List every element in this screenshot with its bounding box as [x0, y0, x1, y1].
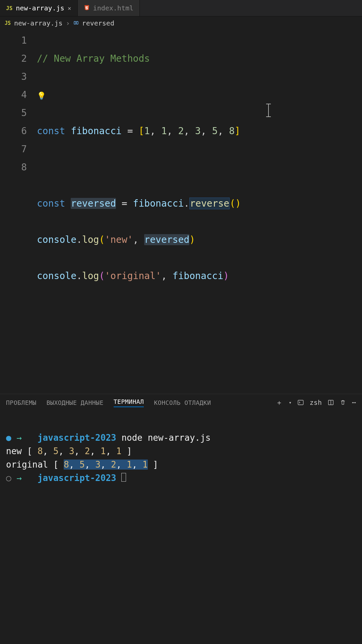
tab-terminal[interactable]: ТЕРМИНАЛ [114, 398, 144, 407]
tab-label: index.html [93, 4, 133, 12]
shell-icon[interactable] [298, 398, 304, 407]
shell-name: zsh [310, 398, 322, 407]
tab-new-array-js[interactable]: JS new-array.js × [0, 0, 78, 16]
svg-rect-2 [298, 400, 303, 405]
svg-rect-1 [76, 21, 78, 24]
trash-icon[interactable] [340, 398, 346, 407]
chevron-right-icon: › [66, 19, 70, 27]
breadcrumb-file: new-array.js [14, 19, 63, 27]
panel-tab-bar: ПРОБЛЕМЫ ВЫХОДНЫЕ ДАННЫЕ ТЕРМИНАЛ КОНСОЛ… [0, 394, 362, 411]
tab-output[interactable]: ВЫХОДНЫЕ ДАННЫЕ [47, 399, 104, 406]
terminal-cursor [121, 473, 126, 482]
tab-label: new-array.js [16, 4, 64, 12]
more-icon[interactable]: ⋯ [352, 398, 356, 407]
terminal-content[interactable]: ● → javascript-2023 node new-array.js ne… [0, 411, 362, 644]
code-editor[interactable]: 12345678 // New Array Methods const fibo… [0, 30, 362, 394]
chevron-down-icon[interactable]: ▾ [289, 400, 291, 405]
tab-problems[interactable]: ПРОБЛЕМЫ [6, 399, 37, 406]
html-icon [84, 5, 90, 11]
js-icon: JS [5, 20, 11, 26]
breadcrumb[interactable]: JS new-array.js › reversed [0, 16, 362, 30]
svg-rect-0 [74, 21, 76, 24]
code-content[interactable]: // New Array Methods const fibonacci = [… [37, 32, 362, 394]
symbol-icon [73, 20, 79, 26]
lightbulb-icon[interactable]: 💡 [37, 87, 46, 105]
split-panel-button[interactable] [328, 398, 334, 407]
text-cursor [268, 104, 269, 117]
tab-index-html[interactable]: index.html [78, 0, 140, 16]
tab-debug-console[interactable]: КОНСОЛЬ ОТЛАДКИ [154, 399, 211, 406]
line-gutter: 12345678 [0, 32, 37, 394]
code-comment: // New Array Methods [37, 53, 150, 64]
breadcrumb-symbol: reversed [82, 19, 114, 27]
close-icon[interactable]: × [68, 5, 71, 12]
new-terminal-button[interactable]: ＋ [276, 398, 283, 407]
bottom-panel: ПРОБЛЕМЫ ВЫХОДНЫЕ ДАННЫЕ ТЕРМИНАЛ КОНСОЛ… [0, 394, 362, 644]
panel-tools: ＋ ▾ zsh ⋯ [276, 398, 356, 407]
tab-bar: JS new-array.js × index.html [0, 0, 362, 16]
js-icon: JS [6, 5, 12, 11]
